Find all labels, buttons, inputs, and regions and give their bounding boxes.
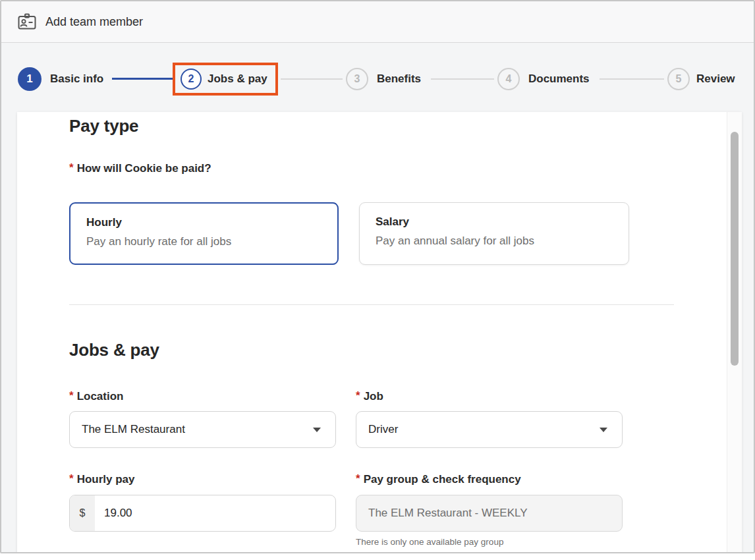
pay-group-field[interactable]: The ELM Restaurant - WEEKLY: [356, 495, 623, 532]
step-connector: [281, 78, 343, 80]
hourly-pay-label: *Hourly pay: [69, 473, 134, 486]
section-divider: [69, 304, 674, 305]
scrollbar-track[interactable]: [727, 112, 742, 553]
location-select-value: The ELM Restaurant: [82, 423, 313, 436]
step-connector: [431, 78, 494, 80]
label-text: Job: [364, 390, 383, 403]
scrollbar-thumb[interactable]: [731, 132, 739, 366]
location-label: *Location: [69, 390, 123, 403]
app-header: Add team member: [1, 1, 754, 43]
pay-option-hourly[interactable]: Hourly Pay an hourly rate for all jobs: [69, 202, 339, 265]
pay-option-description: Pay an annual salary for all jobs: [376, 235, 613, 248]
pay-option-title: Salary: [376, 215, 613, 229]
job-label: *Job: [356, 390, 383, 403]
step-number: 1: [26, 72, 32, 86]
chevron-down-icon: [600, 428, 607, 432]
step-connector-done: [112, 78, 173, 80]
step-label-benefits[interactable]: Benefits: [377, 72, 421, 86]
pay-option-description: Pay an hourly rate for all jobs: [86, 235, 322, 248]
step-number: 2: [188, 73, 194, 85]
header-title: Add team member: [45, 15, 143, 29]
pay-type-question: *How will Cookie be paid?: [69, 162, 211, 175]
id-badge-icon: [17, 13, 37, 30]
pay-group-helper: There is only one available pay group: [356, 537, 503, 547]
job-select-value: Driver: [368, 423, 600, 436]
wizard-stepper: 1 Basic info 2 Jobs & pay 3 Benefits 4 D…: [1, 43, 754, 113]
label-text: Location: [77, 390, 124, 403]
question-text: How will Cookie be paid?: [77, 162, 211, 175]
job-select[interactable]: Driver: [356, 411, 623, 448]
step-circle-jobs-pay[interactable]: 2: [181, 69, 202, 90]
pay-type-heading: Pay type: [69, 116, 138, 136]
pay-option-title: Hourly: [86, 216, 322, 229]
step-label-review[interactable]: Review: [696, 72, 735, 86]
step-connector: [600, 78, 664, 80]
required-asterisk: *: [356, 389, 360, 402]
add-team-member-window: Add team member 1 Basic info 2 Jobs & pa…: [0, 0, 755, 553]
hourly-pay-input[interactable]: [95, 495, 335, 531]
step-number: 4: [506, 73, 512, 85]
required-asterisk: *: [69, 161, 74, 174]
required-asterisk: *: [356, 472, 360, 485]
label-text: Hourly pay: [77, 473, 135, 486]
currency-prefix: $: [70, 495, 95, 531]
chevron-down-icon: [313, 428, 321, 432]
jobs-pay-heading: Jobs & pay: [69, 340, 159, 360]
step-circle-basic-info[interactable]: 1: [18, 67, 42, 91]
step-label-jobs-pay[interactable]: Jobs & pay: [208, 72, 267, 86]
step-circle-benefits[interactable]: 3: [346, 68, 368, 90]
required-asterisk: *: [69, 389, 74, 402]
hourly-pay-field: $: [69, 495, 336, 532]
pay-option-salary[interactable]: Salary Pay an annual salary for all jobs: [359, 202, 629, 265]
label-text: Pay group & check frequency: [364, 473, 521, 486]
step-number: 5: [676, 73, 682, 85]
pay-group-label: *Pay group & check frequency: [356, 473, 521, 486]
step-circle-review[interactable]: 5: [667, 68, 690, 90]
step-circle-documents[interactable]: 4: [497, 68, 520, 90]
location-select[interactable]: The ELM Restaurant: [69, 411, 336, 448]
step-label-basic-info[interactable]: Basic info: [50, 72, 103, 86]
step-label-documents[interactable]: Documents: [528, 72, 590, 86]
required-asterisk: *: [69, 472, 74, 485]
content-panel: Pay type *How will Cookie be paid? Hourl…: [17, 112, 742, 553]
step-number: 3: [354, 73, 360, 85]
pay-group-value: The ELM Restaurant - WEEKLY: [368, 507, 528, 520]
